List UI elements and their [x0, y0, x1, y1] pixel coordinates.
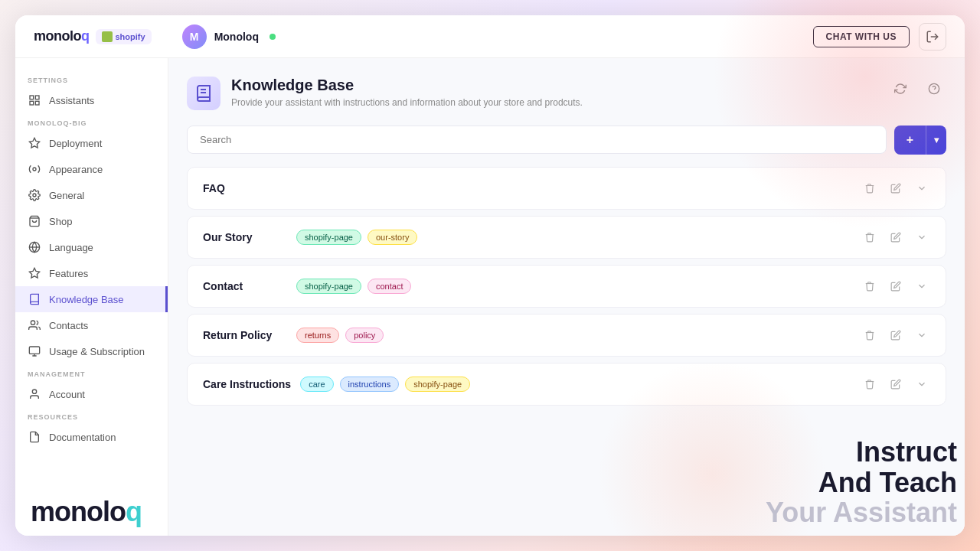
page-header-icon [187, 77, 220, 110]
page-header-actions [888, 77, 946, 101]
chevron-down-icon [916, 379, 927, 390]
knowledge-base-list: FAQ [187, 167, 946, 412]
delete-contact-button[interactable] [861, 278, 878, 295]
kb-tags-return-policy: returns policy [296, 328, 852, 343]
contacts-label: Contacts [49, 320, 88, 331]
chevron-down-icon [916, 281, 927, 292]
expand-faq-button[interactable] [913, 180, 930, 197]
sidebar-item-general[interactable]: General [15, 182, 168, 208]
search-row: + ▾ [187, 126, 946, 155]
svg-rect-1 [30, 96, 34, 99]
bottom-branding: monoloq [31, 496, 142, 528]
edit-return-policy-button[interactable] [887, 327, 904, 344]
brand-name: monoloq [34, 28, 90, 44]
svg-marker-5 [29, 138, 39, 148]
delete-faq-button[interactable] [861, 180, 878, 197]
kb-item-name-care-instructions: Care Instructions [203, 378, 291, 390]
edit-contact-button[interactable] [887, 278, 904, 295]
delete-return-policy-button[interactable] [861, 327, 878, 344]
delete-care-button[interactable] [861, 376, 878, 393]
sidebar-item-contacts[interactable]: Contacts [15, 312, 168, 338]
shop-icon [28, 214, 41, 228]
tag-instructions: instructions [340, 377, 400, 392]
svg-point-13 [32, 390, 36, 393]
page-title: Knowledge Base [231, 77, 888, 94]
kb-item-return-policy: Return Policy returns policy [187, 314, 946, 357]
help-button[interactable] [922, 77, 946, 101]
edit-our-story-button[interactable] [887, 229, 904, 246]
edit-icon [890, 330, 901, 341]
search-wrapper [187, 126, 887, 155]
sidebar-item-documentation[interactable]: Documentation [15, 424, 168, 450]
shopify-badge: shopify [96, 29, 152, 44]
refresh-button[interactable] [888, 77, 913, 101]
add-plus-icon: + [894, 126, 926, 155]
kb-tags-contact: shopify-page contact [296, 279, 852, 294]
search-input[interactable] [187, 126, 887, 154]
usage-icon [28, 344, 41, 358]
user-section: M Monoloq [182, 24, 276, 49]
navbar: monoloq shopify M Monoloq CHAT WITH US [15, 15, 965, 58]
user-name: Monoloq [214, 31, 259, 43]
sidebar-item-assistants[interactable]: Assistants [15, 87, 168, 113]
svg-rect-12 [29, 347, 39, 354]
deployment-label: Deployment [49, 138, 102, 149]
kb-item-faq: FAQ [187, 167, 946, 210]
add-chevron-icon: ▾ [926, 127, 946, 153]
svg-rect-2 [35, 96, 39, 99]
knowledge-base-label: Knowledge Base [49, 294, 124, 305]
language-label: Language [49, 242, 93, 253]
sidebar-item-language[interactable]: Language [15, 234, 168, 260]
page-subtitle: Provide your assistant with instructions… [231, 97, 888, 108]
general-label: General [49, 190, 84, 201]
features-icon [28, 266, 41, 280]
chat-with-us-button[interactable]: CHAT WITH US [813, 26, 910, 47]
edit-icon [890, 379, 901, 390]
add-button[interactable]: + ▾ [894, 126, 946, 155]
sidebar-item-appearance[interactable]: Appearance [15, 156, 168, 182]
sidebar-item-shop[interactable]: Shop [15, 208, 168, 234]
kb-tags-care-instructions: care instructions shopify-page [300, 377, 852, 392]
chevron-down-icon [916, 330, 927, 341]
tag-shopify-page-3: shopify-page [405, 377, 470, 392]
general-icon [28, 188, 41, 202]
assistants-label: Assistants [49, 95, 94, 106]
kb-item-care-instructions: Care Instructions care instructions shop… [187, 363, 946, 406]
kb-item-name-our-story: Our Story [203, 231, 287, 243]
knowledge-base-icon [28, 292, 41, 306]
exit-button[interactable] [919, 23, 946, 51]
tag-our-story: our-story [368, 230, 417, 245]
sidebar-item-knowledge-base[interactable]: Knowledge Base [15, 286, 168, 312]
kb-item-name-contact: Contact [203, 280, 287, 292]
sidebar-item-deployment[interactable]: Deployment [15, 130, 168, 156]
expand-return-policy-button[interactable] [913, 327, 930, 344]
trash-icon [864, 232, 875, 243]
tag-care: care [300, 377, 333, 392]
expand-our-story-button[interactable] [913, 229, 930, 246]
shop-label: Shop [49, 216, 72, 227]
expand-care-button[interactable] [913, 376, 930, 393]
kb-item-actions-care-instructions [861, 376, 930, 393]
svg-rect-4 [35, 101, 39, 105]
shopify-label: shopify [116, 32, 145, 41]
contacts-icon [28, 318, 41, 332]
sidebar-item-features[interactable]: Features [15, 260, 168, 286]
expand-contact-button[interactable] [913, 278, 930, 295]
shopify-icon [102, 31, 113, 42]
tag-policy: policy [345, 328, 384, 343]
avatar: M [182, 24, 207, 49]
assistants-icon [28, 93, 41, 107]
documentation-icon [28, 430, 41, 444]
delete-our-story-button[interactable] [861, 229, 878, 246]
kb-item-contact: Contact shopify-page contact [187, 265, 946, 308]
trash-icon [864, 183, 875, 194]
sidebar-item-account[interactable]: Account [15, 381, 168, 407]
account-label: Account [49, 389, 85, 400]
tag-shopify-page-2: shopify-page [296, 279, 361, 294]
kb-tags-our-story: shopify-page our-story [296, 230, 852, 245]
sidebar-item-usage[interactable]: Usage & Subscription [15, 338, 168, 364]
brand: monoloq shopify [34, 28, 152, 44]
edit-faq-button[interactable] [887, 180, 904, 197]
trash-icon [864, 379, 875, 390]
edit-care-button[interactable] [887, 376, 904, 393]
